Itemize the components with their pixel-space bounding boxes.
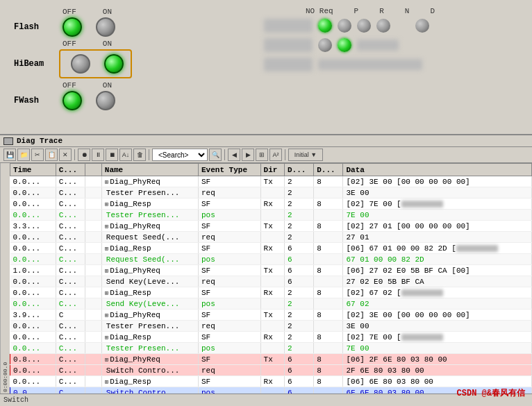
cell-evtype: SF <box>199 376 261 387</box>
expand-icon[interactable]: ⊞ <box>105 246 108 253</box>
tb-search-btn[interactable]: 🔍 <box>209 149 222 161</box>
table-row[interactable]: 0.0... C... ⊞Diag_Resp SF Rx 2 8 [02] 7E… <box>10 198 532 210</box>
table-row[interactable]: 0.0... C... Tester Presen... req 2 3E 00 <box>10 187 532 198</box>
table-row[interactable]: 0.0... C... Tester Presen... pos 2 7E 00 <box>10 210 532 221</box>
tb-delete-btn[interactable]: ✕ <box>59 149 72 161</box>
hibeam-off-button[interactable] <box>71 54 90 74</box>
hibeam-on-button[interactable] <box>104 54 124 74</box>
status-switch-label: Switch <box>3 396 28 404</box>
cell-time: 0.0... <box>10 254 56 265</box>
top-panel: OFF ON Flash OFF ON HiBeam <box>0 0 532 135</box>
cell-c: C... <box>56 365 85 376</box>
table-row[interactable]: 3.3... C... ⊞Diag_PhyReq SF Tx 2 8 [02] … <box>10 221 532 232</box>
table-row[interactable]: 0.0... C... Send Key(Leve... req 6 27 02… <box>10 276 532 287</box>
table-row[interactable]: 0.8... C... ⊞Diag_PhyReq SF Tx 6 8 [06] … <box>10 354 532 365</box>
expand-icon[interactable]: ⊞ <box>105 357 108 364</box>
table-row[interactable]: 0.0... C... Tester Presen... req 2 3E 00 <box>10 321 532 332</box>
flash-on-button[interactable] <box>96 17 115 37</box>
cell-iv <box>85 221 101 232</box>
cell-time: 0.0... <box>10 276 56 287</box>
cell-time: 0.0... <box>10 343 56 354</box>
tb-save-btn[interactable]: 💾 <box>3 149 16 161</box>
cell-evtype: req <box>199 365 261 376</box>
expand-icon[interactable]: ⊞ <box>105 379 108 386</box>
tb-copy-btn[interactable]: 📋 <box>45 149 58 161</box>
monitor-icon <box>3 137 13 145</box>
expand-icon[interactable]: ⊞ <box>105 268 108 275</box>
expand-icon[interactable]: ⊞ <box>105 179 108 186</box>
cell-d1: 2 <box>284 176 313 187</box>
cell-dir: Tx <box>260 354 284 365</box>
ind-header-n: N <box>405 7 410 15</box>
cell-time: 0.8... <box>10 354 56 365</box>
cell-c: C... <box>56 276 85 287</box>
cell-d1: 2 <box>284 187 313 198</box>
tb-left-btn[interactable]: ◀ <box>228 149 240 161</box>
cell-d2 <box>314 298 343 310</box>
tb-settings-btn[interactable]: Initial ▼ <box>288 149 323 161</box>
expand-icon[interactable]: ⊞ <box>105 201 108 208</box>
table-row[interactable]: 0.0... C... Tester Presen... pos 2 7E 00 <box>10 343 532 354</box>
cell-iv <box>85 387 101 394</box>
ind-led-1-d <box>415 19 429 33</box>
cell-data: [06] 27 02 E0 5B BF CA [00] <box>343 265 532 276</box>
cell-name: Switch Contro... <box>101 365 198 376</box>
cell-data: [02] 7E 00 [ <box>343 198 532 210</box>
cell-c: C... <box>56 210 85 221</box>
cell-time: 0.0... <box>10 387 56 394</box>
cell-time: 0.0... <box>10 376 56 387</box>
cell-c: C... <box>56 332 85 343</box>
tb-split-btn[interactable]: A² <box>269 149 282 161</box>
main-table-area[interactable]: Time C... Name Event Type Dir D... D... … <box>10 163 532 394</box>
tb-cut-btn[interactable]: ✂ <box>31 149 44 161</box>
cell-d2: 8 <box>314 265 343 276</box>
table-row[interactable]: 0.0... C... Request Seed(... pos 6 67 01… <box>10 254 532 265</box>
hibeam-highlight-box <box>59 49 132 78</box>
table-row[interactable]: 3.9... C ⊞Diag_PhyReq SF Tx 2 8 [02] 3E … <box>10 310 532 321</box>
table-row[interactable]: 0.0... C... ⊞Diag_PhyReq SF Tx 2 8 [02] … <box>10 176 532 187</box>
cell-dir: Rx <box>260 243 284 254</box>
tb-filter-btn[interactable]: A↓ <box>119 149 132 161</box>
cell-iv <box>85 310 101 321</box>
cell-data: [06] 67 01 00 00 82 2D [ <box>343 243 532 254</box>
table-row[interactable]: 0.0... C... ⊞Diag_Resp SF Rx 2 8 [02] 7E… <box>10 332 532 343</box>
tb-clear-btn[interactable]: 🗑 <box>133 149 146 161</box>
cell-name: ⊞Diag_PhyReq <box>101 221 198 232</box>
cell-iv <box>85 187 101 198</box>
tb-record-btn[interactable]: ⏺ <box>78 149 90 161</box>
tb-open-btn[interactable]: 📁 <box>17 149 30 161</box>
cell-iv <box>85 232 101 243</box>
expand-icon[interactable]: ⊞ <box>105 335 108 341</box>
expand-icon[interactable]: ⊞ <box>105 290 108 297</box>
hibeam-switch-row: HiBeam <box>14 49 243 78</box>
switches-area: OFF ON Flash OFF ON HiBeam <box>0 0 257 134</box>
table-row[interactable]: 0.0... C... ⊞Diag_Resp SF Rx 6 8 [06] 67… <box>10 243 532 254</box>
expand-icon[interactable]: ⊞ <box>105 312 108 319</box>
fwash-on-button[interactable] <box>96 91 115 110</box>
tb-stop-btn[interactable]: ⏹ <box>106 149 118 161</box>
search-select[interactable]: <Search> <box>152 149 208 161</box>
tb-pause-btn[interactable]: ⏸ <box>92 149 104 161</box>
expand-icon[interactable]: ⊞ <box>105 223 108 230</box>
cell-evtype: SF <box>199 243 261 254</box>
cell-name: ⊞Diag_Resp <box>101 332 198 343</box>
table-row[interactable]: 0.0... C... Send Key(Leve... pos 2 67 02 <box>10 298 532 310</box>
cell-d1: 2 <box>284 232 313 243</box>
cell-name: ⊞Diag_PhyReq <box>101 176 198 187</box>
fwash-off-button[interactable] <box>63 91 82 110</box>
table-row[interactable]: 0.0... C... Switch Contro... req 6 8 2F … <box>10 365 532 376</box>
flash-off-button[interactable] <box>63 17 82 37</box>
table-row[interactable]: 0.0... C... Switch Contro... pos 6 6F 6E… <box>10 387 532 394</box>
cell-d1: 2 <box>284 210 313 221</box>
cell-iv <box>85 176 101 187</box>
cell-name: Tester Presen... <box>101 321 198 332</box>
cell-d1: 6 <box>284 243 313 254</box>
table-row[interactable]: 0.0... C... Request Seed(... req 2 27 01 <box>10 232 532 243</box>
tb-zoom-btn[interactable]: ⊞ <box>256 149 268 161</box>
tb-right-btn[interactable]: ▶ <box>242 149 254 161</box>
table-row[interactable]: 0.0... C... ⊞Diag_Resp SF Rx 2 8 [02] 67… <box>10 287 532 298</box>
cell-d1: 2 <box>284 298 313 310</box>
table-row[interactable]: 1.0... C... ⊞Diag_PhyReq SF Tx 6 8 [06] … <box>10 265 532 276</box>
table-row[interactable]: 0.0... C... ⊞Diag_Resp SF Rx 6 8 [06] 6E… <box>10 376 532 387</box>
ind-header-d: D <box>430 7 435 15</box>
